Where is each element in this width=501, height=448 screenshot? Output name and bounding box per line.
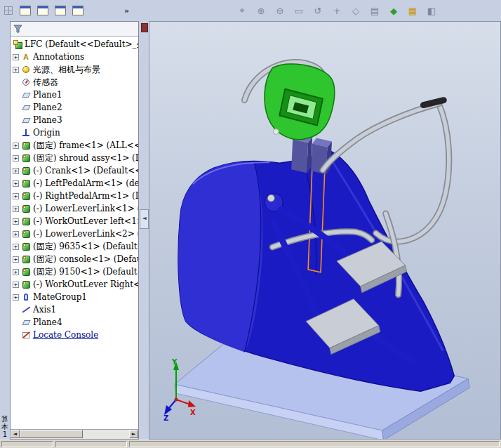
- tree-item-icon: [22, 141, 31, 150]
- tree-item[interactable]: (固定) frame<1> (ALL<<ALL: [11, 139, 138, 152]
- tree-item[interactable]: LFC (Default<<Default>_外观: [11, 38, 138, 51]
- edit-color-icon[interactable]: ▦: [405, 4, 420, 17]
- expander-icon[interactable]: [13, 282, 19, 288]
- tree-item-icon: [22, 103, 31, 112]
- scroll-left-button[interactable]: ◄: [11, 430, 20, 438]
- view-tool-glyph: ⌖: [239, 5, 244, 16]
- tree-item-label: (固定) frame<1> (ALL<<ALL: [33, 140, 138, 152]
- x-axis-arrow: X: [176, 400, 196, 416]
- tree-item-icon: [22, 255, 31, 264]
- left-edge-strip: 算本1: [0, 21, 10, 440]
- expander-icon[interactable]: [13, 256, 19, 263]
- svg-text:Z: Z: [163, 414, 168, 421]
- expander-icon[interactable]: [13, 67, 19, 73]
- tree-item[interactable]: (-) LeftPedalArm<1> (deta: [11, 177, 138, 190]
- tree-item-icon: [22, 78, 31, 87]
- toolbar-overflow-button[interactable]: »: [124, 6, 129, 15]
- tree-item[interactable]: Plane2: [11, 101, 138, 114]
- tree-item[interactable]: (-) RightPedalArm<1> (Def: [11, 190, 138, 202]
- tree-item[interactable]: (-) WorkOutLever left<1> (: [11, 215, 138, 228]
- tree-item-label: (-) LowerLeverLink<2> (De: [33, 229, 138, 239]
- toolbar-grip-icon[interactable]: [1, 4, 15, 18]
- zoom-select-icon[interactable]: ⌖: [234, 4, 250, 17]
- view-tool-glyph: ⊕: [258, 6, 265, 16]
- tree-item[interactable]: (-) WorkOutLever Right<1>: [11, 278, 138, 291]
- tree-item[interactable]: 光源、相机与布景: [11, 63, 138, 76]
- expander-icon[interactable]: [13, 168, 19, 174]
- tree-item-icon: [22, 91, 31, 100]
- model-canvas[interactable]: [149, 22, 500, 439]
- tree-item-icon: [22, 192, 31, 201]
- window-buttons: [18, 4, 85, 18]
- zoom-area-icon[interactable]: ▭: [291, 4, 307, 17]
- pan-view-icon[interactable]: +: [329, 4, 345, 17]
- panel-horizontal-scrollbar[interactable]: ◄ ►: [11, 429, 138, 439]
- tree-item-icon: [22, 331, 31, 340]
- tree-item[interactable]: Origin: [11, 126, 138, 139]
- tree-item[interactable]: Plane4: [11, 316, 138, 329]
- standard-views-icon[interactable]: ◧: [424, 4, 439, 17]
- status-segment-3: [129, 441, 500, 447]
- wireframe-view-icon[interactable]: ◇: [348, 4, 363, 17]
- panel-splitter[interactable]: ◄: [139, 21, 149, 440]
- expander-icon[interactable]: [13, 54, 19, 60]
- tree-item[interactable]: (-) Crank<1> (Default<<De: [11, 164, 138, 177]
- graphics-viewport[interactable]: Y X Z: [149, 21, 501, 440]
- scroll-right-button[interactable]: ►: [129, 430, 138, 438]
- tree-item[interactable]: Annotations: [11, 51, 138, 63]
- filter-button[interactable]: [13, 25, 22, 34]
- svg-text:X: X: [190, 409, 196, 416]
- tree-item-label: LFC (Default<<Default>_外观: [25, 39, 138, 51]
- expander-icon[interactable]: [13, 244, 19, 250]
- splitter-grip[interactable]: [141, 23, 148, 32]
- tree-item-icon: [22, 230, 31, 239]
- expander-icon[interactable]: [13, 206, 19, 212]
- window-pane-button-3[interactable]: [53, 4, 67, 18]
- view-tool-glyph: ▦: [408, 6, 417, 16]
- tree-item[interactable]: (固定) 9635<1> (Default<<: [11, 240, 138, 253]
- panel-collapse-button[interactable]: ◄: [140, 209, 149, 229]
- view-tool-glyph: ◇: [352, 6, 359, 16]
- tree-item[interactable]: (-) LowerLeverLink<2> (De: [11, 228, 138, 240]
- tree-item-label: Plane2: [33, 103, 62, 112]
- tree-item-icon: [22, 65, 31, 74]
- rotate-view-icon[interactable]: ↺: [310, 4, 326, 17]
- tree-item-icon: [22, 116, 31, 125]
- tree-item[interactable]: Plane1: [11, 88, 138, 101]
- window-pane-button-2[interactable]: [36, 4, 50, 18]
- tree-item[interactable]: MateGroup1: [11, 291, 138, 303]
- y-axis-arrow: Y: [171, 358, 179, 400]
- tree-item-icon: [22, 204, 31, 213]
- tree-item[interactable]: Plane3: [11, 114, 138, 126]
- expander-icon[interactable]: [13, 269, 19, 275]
- scroll-thumb[interactable]: [20, 430, 83, 438]
- tree-item[interactable]: Locate Console: [11, 329, 138, 341]
- tree-item[interactable]: (固定) 9150<1> (Default<: [11, 265, 138, 278]
- tree-item[interactable]: Axis1: [11, 303, 138, 316]
- scroll-track[interactable]: [20, 430, 129, 439]
- tree-item[interactable]: (固定) console<1> (Defaul: [11, 253, 138, 265]
- expander-icon[interactable]: [13, 294, 19, 301]
- app: { "theme": { "window-bg": "#c6d0e2", "vi…: [0, 0, 501, 448]
- view-tool-glyph: ▭: [295, 6, 303, 16]
- tree-item-icon: [22, 179, 31, 188]
- zoom-in-icon[interactable]: ⊕: [253, 4, 269, 17]
- tree-item-label: Annotations: [33, 52, 84, 62]
- hidden-lines-view-icon[interactable]: ▤: [367, 4, 382, 17]
- shaded-view-icon[interactable]: ◆: [386, 4, 401, 17]
- expander-icon[interactable]: [13, 193, 19, 199]
- grid-icon: [4, 6, 13, 15]
- tree-item[interactable]: (-) LowerLeverLink<1> (De: [11, 202, 138, 215]
- zoom-out-icon[interactable]: ⊖: [272, 4, 288, 17]
- view-tool-glyph: ▤: [370, 6, 379, 16]
- window-pane-button-1[interactable]: [18, 4, 32, 18]
- expander-icon[interactable]: [13, 231, 19, 237]
- expander-icon[interactable]: [13, 155, 19, 162]
- tree-item[interactable]: 传感器: [11, 76, 138, 88]
- expander-icon[interactable]: [13, 218, 19, 225]
- expander-icon[interactable]: [13, 180, 19, 187]
- tree-item[interactable]: (固定) shroud assy<1> (De: [11, 152, 138, 164]
- window-pane-button-4[interactable]: [71, 4, 85, 18]
- expander-icon[interactable]: [13, 143, 19, 149]
- tree-item-icon: [22, 318, 31, 327]
